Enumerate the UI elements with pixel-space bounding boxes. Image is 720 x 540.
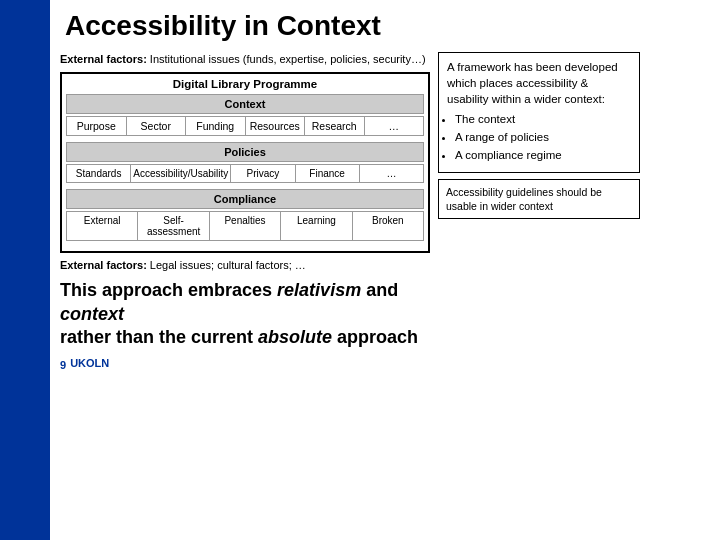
body-area: External factors: Institutional issues (… <box>60 52 720 540</box>
context-cell-resources: Resources <box>246 117 306 135</box>
policies-cell-accessibility: Accessibility/Usability <box>131 165 231 182</box>
framework-text: A framework has been developed which pla… <box>447 61 618 105</box>
embrace-part3: rather than the current <box>60 327 258 347</box>
embrace-italic-relativism: relativism <box>277 280 361 300</box>
external-factors-bottom-rest: Legal issues; cultural factors; … <box>147 259 306 271</box>
compliance-section: Compliance External Self-assessment Pena… <box>66 189 424 241</box>
policies-cell-standards: Standards <box>67 165 131 182</box>
compliance-row: External Self-assessment Penalties Learn… <box>66 211 424 241</box>
context-cell-ellipsis1: … <box>365 117 424 135</box>
context-cell-research: Research <box>305 117 365 135</box>
policies-section: Policies Standards Accessibility/Usabili… <box>66 142 424 183</box>
dlp-box: Digital Library Programme Context Purpos… <box>60 72 430 253</box>
external-factors-rest: Institutional issues (funds, expertise, … <box>147 53 426 65</box>
left-panel: External factors: Institutional issues (… <box>60 52 430 540</box>
bullet-item-context: The context <box>455 111 631 127</box>
compliance-cell-external: External <box>67 212 138 240</box>
embrace-part2: and <box>361 280 398 300</box>
embrace-text: This approach embraces relativism and co… <box>60 279 430 349</box>
framework-box: A framework has been developed which pla… <box>438 52 640 173</box>
context-cell-funding: Funding <box>186 117 246 135</box>
compliance-cell-learning: Learning <box>281 212 352 240</box>
guidelines-text: Accessibility guidelines should be usabl… <box>446 186 602 212</box>
compliance-cell-broken: Broken <box>353 212 423 240</box>
policies-header: Policies <box>66 142 424 162</box>
external-factors-label: External factors: <box>60 53 147 65</box>
external-factors-bottom-label: External factors: <box>60 259 147 271</box>
page-title: Accessibility in Context <box>60 10 720 42</box>
main-content: Accessibility in Context External factor… <box>50 0 720 540</box>
bullet-item-policies: A range of policies <box>455 129 631 145</box>
policies-row: Standards Accessibility/Usability Privac… <box>66 164 424 183</box>
context-header: Context <box>66 94 424 114</box>
embrace-italic-context: context <box>60 304 124 324</box>
ukoln-label: UKOLN <box>70 357 109 369</box>
embrace-part4: approach <box>332 327 418 347</box>
context-cell-purpose: Purpose <box>67 117 127 135</box>
embrace-italic-absolute: absolute <box>258 327 332 347</box>
compliance-cell-penalties: Penalties <box>210 212 281 240</box>
external-factors-bottom: External factors: Legal issues; cultural… <box>60 259 430 271</box>
context-cell-sector: Sector <box>127 117 187 135</box>
dlp-title: Digital Library Programme <box>66 78 424 90</box>
right-panel: A framework has been developed which pla… <box>438 52 648 540</box>
blue-sidebar <box>0 0 50 540</box>
slide-number: 9 <box>60 359 66 371</box>
context-row: Purpose Sector Funding Resources Researc… <box>66 116 424 136</box>
bullet-item-compliance: A compliance regime <box>455 147 631 163</box>
policies-cell-ellipsis2: … <box>360 165 423 182</box>
guidelines-box: Accessibility guidelines should be usabl… <box>438 179 640 219</box>
policies-cell-privacy: Privacy <box>231 165 295 182</box>
compliance-header: Compliance <box>66 189 424 209</box>
policies-cell-finance: Finance <box>296 165 360 182</box>
compliance-cell-selfassessment: Self-assessment <box>138 212 209 240</box>
embrace-part1: This approach embraces <box>60 280 277 300</box>
external-factors-top: External factors: Institutional issues (… <box>60 52 430 66</box>
bullet-list: The context A range of policies A compli… <box>455 111 631 163</box>
